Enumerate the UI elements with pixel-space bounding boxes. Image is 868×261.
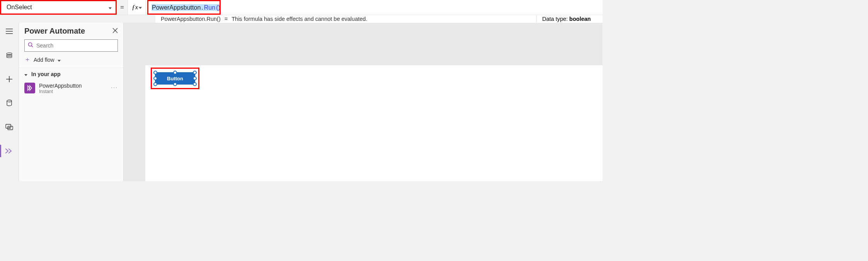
close-icon[interactable]: [112, 28, 118, 35]
formula-token-parens: (): [216, 4, 221, 11]
section-label: In your app: [31, 71, 60, 77]
formula-token-identifier: PowerAppsbutton: [151, 4, 201, 11]
search-input[interactable]: [24, 39, 118, 52]
formula-result-bar: PowerAppsbutton.Run() = This formula has…: [0, 15, 602, 23]
formula-datatype: Data type: boolean: [537, 15, 602, 23]
flow-icon: [24, 83, 35, 93]
power-automate-panel: Power Automate ＋ Add flow In your app: [19, 23, 124, 181]
formula-result-text: PowerAppsbutton.Run() = This formula has…: [155, 15, 537, 23]
flow-name: PowerAppsbutton: [39, 83, 82, 89]
flow-subtitle: Instant: [39, 89, 82, 94]
formula-bar: OnSelect = ƒx PowerAppsbutton.Run(): [0, 0, 602, 15]
canvas[interactable]: Button: [145, 65, 602, 181]
property-dropdown[interactable]: OnSelect: [0, 0, 117, 15]
svg-point-8: [7, 100, 12, 102]
panel-title: Power Automate: [24, 27, 85, 36]
canvas-button-label: Button: [167, 76, 183, 81]
formula-token-dot: .: [201, 4, 203, 11]
chevron-down-icon: [58, 57, 61, 63]
svg-marker-17: [30, 86, 32, 90]
datatype-value: boolean: [569, 16, 591, 22]
search-field[interactable]: [36, 42, 114, 49]
svg-point-14: [29, 43, 32, 46]
more-icon[interactable]: ···: [111, 83, 118, 90]
svg-line-15: [32, 46, 33, 47]
canvas-button[interactable]: Button: [155, 72, 195, 85]
formula-input[interactable]: PowerAppsbutton.Run(): [146, 0, 602, 15]
tree-view-icon[interactable]: [0, 48, 19, 62]
equals-label: =: [225, 16, 228, 22]
chevron-down-icon: [109, 4, 112, 11]
datatype-label: Data type:: [542, 16, 568, 22]
formula-result-message: This formula has side effects and cannot…: [231, 16, 367, 22]
property-dropdown-value: OnSelect: [7, 4, 32, 11]
formula-token-method: Run: [204, 4, 216, 11]
search-icon: [28, 42, 33, 49]
add-flow-button[interactable]: ＋ Add flow: [19, 52, 123, 68]
plus-icon: ＋: [24, 56, 31, 64]
insert-icon[interactable]: [0, 72, 19, 86]
equals-label: =: [117, 0, 128, 15]
fx-button[interactable]: ƒx: [128, 0, 146, 15]
section-in-your-app[interactable]: In your app: [19, 68, 123, 80]
formula-result-echo: PowerAppsbutton.Run(): [161, 16, 221, 22]
left-rail: [0, 23, 19, 181]
data-icon[interactable]: [0, 96, 19, 110]
add-flow-label: Add flow: [34, 57, 54, 63]
main-area: Power Automate ＋ Add flow In your app: [0, 23, 602, 181]
media-icon[interactable]: [0, 120, 19, 134]
canvas-wrapper: Button: [124, 23, 602, 181]
chevron-down-icon: [139, 5, 142, 10]
flow-item[interactable]: PowerAppsbutton Instant ···: [19, 80, 123, 97]
fx-icon: ƒx: [132, 3, 138, 11]
power-automate-icon[interactable]: [0, 144, 19, 158]
chevron-down-icon: [24, 71, 27, 77]
svg-point-11: [9, 127, 10, 128]
hamburger-icon[interactable]: [0, 24, 19, 38]
